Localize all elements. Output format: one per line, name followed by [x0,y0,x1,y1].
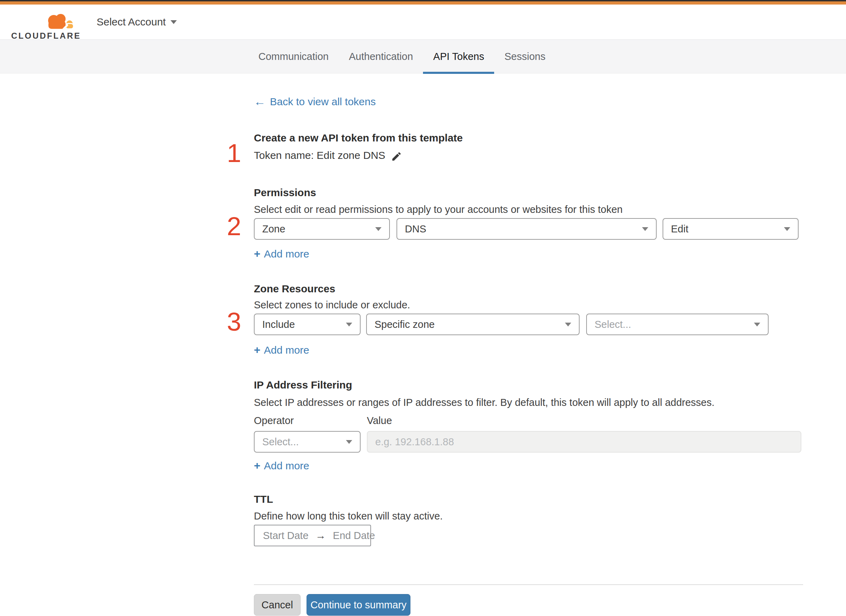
plus-icon: + [254,459,260,472]
ip-operator-placeholder: Select... [262,436,299,448]
zone-select-placeholder: Select... [594,319,631,330]
back-link-label: Back to view all tokens [270,96,375,108]
section-ttl: TTL Define how long this token will stay… [254,493,443,546]
permission-resource-value: DNS [405,223,426,235]
edit-pencil-icon[interactable] [391,151,402,162]
footer-divider [254,584,803,585]
token-name-text: Token name: Edit zone DNS [254,148,385,162]
dropdown-caret-icon [754,323,760,327]
section-ip-filtering: IP Address Filtering Select IP addresses… [254,379,801,472]
continue-to-summary-button[interactable]: Continue to summary [306,594,410,616]
zone-mode-value: Include [262,319,295,330]
create-token-title: Create a new API token from this templat… [254,131,463,145]
account-selector-label: Select Account [97,16,166,28]
zone-resources-title: Zone Resources [254,283,769,295]
dropdown-caret-icon [642,227,648,231]
ip-operator-dropdown[interactable]: Select... [254,431,360,453]
ip-filtering-description: Select IP addresses or ranges of IP addr… [254,396,801,408]
app-header: CLOUDFLARE Select Account [0,4,846,40]
step-2-marker: 2 [219,213,249,240]
add-more-label: Add more [264,344,309,356]
ttl-title: TTL [254,493,443,505]
dropdown-caret-icon [346,323,352,327]
ip-filtering-add-more-link[interactable]: + Add more [254,459,309,472]
add-more-label: Add more [264,459,309,472]
ip-value-input[interactable] [367,431,801,453]
permission-resource-dropdown[interactable]: DNS [396,218,657,240]
section-token-name: Create a new API token from this templat… [254,131,463,162]
permissions-title: Permissions [254,187,799,199]
tab-sessions[interactable]: Sessions [494,40,556,74]
brand-orange-bar [0,1,846,4]
tab-authentication[interactable]: Authentication [338,40,423,74]
dropdown-caret-icon [784,227,790,231]
value-label: Value [367,415,392,427]
tab-api-tokens[interactable]: API Tokens [423,40,494,74]
operator-label: Operator [254,415,367,427]
account-selector[interactable]: Select Account [97,4,177,40]
permission-access-dropdown[interactable]: Edit [662,218,799,240]
section-zone-resources: Zone Resources Select zones to include o… [254,283,769,356]
back-to-tokens-link[interactable]: ← Back to view all tokens [254,95,375,109]
zone-mode-dropdown[interactable]: Include [254,314,360,335]
ttl-description: Define how long this token will stay act… [254,510,443,522]
dropdown-caret-icon [375,227,381,231]
cloudflare-logo[interactable]: CLOUDFLARE [11,11,78,41]
footer-actions: Cancel Continue to summary [254,594,410,616]
permissions-add-more-link[interactable]: + Add more [254,247,309,260]
permission-access-value: Edit [671,223,689,235]
permission-scope-dropdown[interactable]: Zone [254,218,390,240]
cloudflare-cloud-icon [42,11,78,30]
page: CLOUDFLARE Select Account Communication … [0,0,846,616]
dropdown-caret-icon [565,323,571,327]
step-3-marker: 3 [219,309,249,335]
step-1-marker: 1 [219,140,249,167]
cancel-button[interactable]: Cancel [254,594,301,616]
plus-icon: + [254,343,260,356]
ip-filtering-title: IP Address Filtering [254,379,801,391]
add-more-label: Add more [264,248,309,260]
zone-type-value: Specific zone [375,319,435,330]
ttl-date-range-picker[interactable]: Start Date → End Date [254,525,371,546]
dropdown-caret-icon [346,440,352,444]
end-date-placeholder: End Date [333,530,375,541]
start-date-placeholder: Start Date [263,530,309,541]
back-arrow-icon: ← [254,95,266,109]
range-arrow-icon: → [316,529,326,541]
permissions-description: Select edit or read permissions to apply… [254,204,799,215]
permission-scope-value: Zone [262,223,285,235]
section-permissions: Permissions Select edit or read permissi… [254,187,799,260]
tabs: Communication Authentication API Tokens … [248,40,556,74]
zone-select-dropdown[interactable]: Select... [586,314,769,335]
tab-communication[interactable]: Communication [248,40,338,74]
zone-resources-add-more-link[interactable]: + Add more [254,343,309,356]
zone-type-dropdown[interactable]: Specific zone [366,314,580,335]
zone-resources-description: Select zones to include or exclude. [254,299,769,311]
chevron-down-icon [171,20,177,24]
plus-icon: + [254,247,260,260]
tab-bar: Communication Authentication API Tokens … [0,40,846,73]
